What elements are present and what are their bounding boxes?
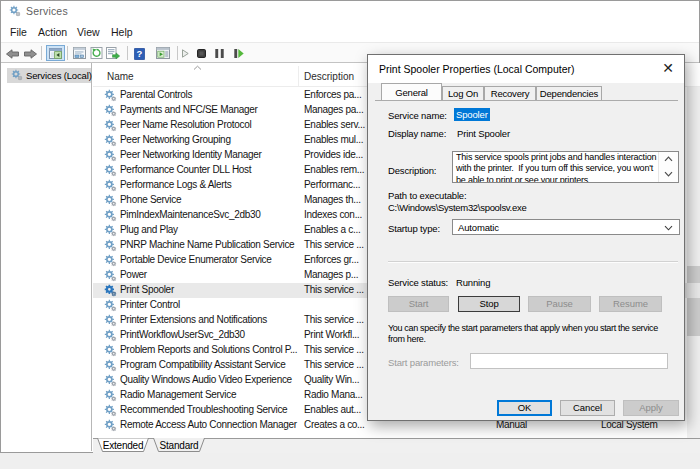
svg-text:Standard: Standard: [160, 440, 199, 451]
svg-text:?: ?: [137, 48, 143, 59]
svg-text:Extended: Extended: [103, 440, 144, 451]
